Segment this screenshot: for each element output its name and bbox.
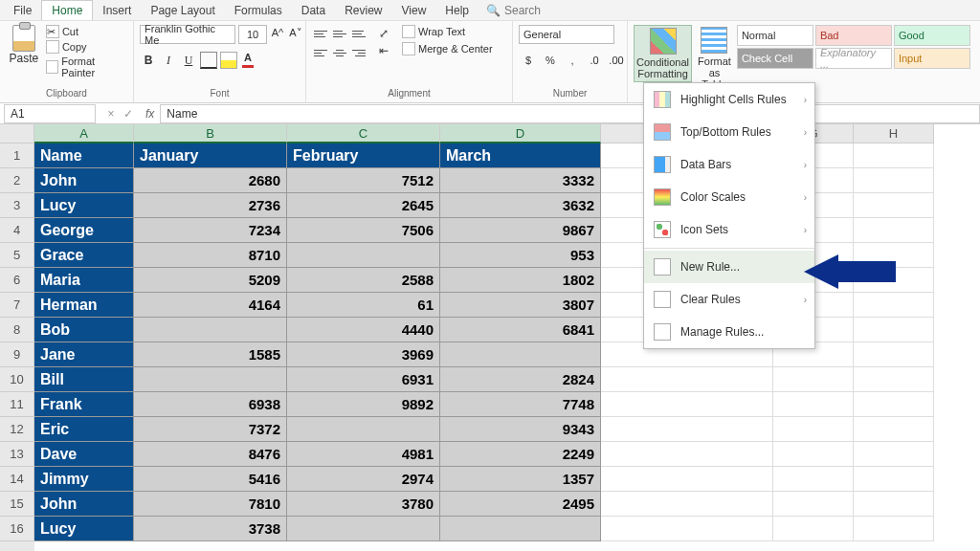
align-bottom-button[interactable] xyxy=(350,25,368,42)
underline-button[interactable]: U xyxy=(180,52,197,69)
name-cell[interactable]: Bob xyxy=(34,318,134,342)
align-right-button[interactable] xyxy=(350,44,368,61)
name-cell[interactable]: Maria xyxy=(34,268,134,293)
increase-decimal-button[interactable]: .0 xyxy=(585,52,604,69)
cell[interactable] xyxy=(773,467,854,492)
value-cell[interactable]: 7372 xyxy=(134,417,287,442)
name-cell[interactable]: Bill xyxy=(34,367,134,392)
cell[interactable] xyxy=(854,293,934,318)
fill-color-button[interactable] xyxy=(220,52,237,69)
value-cell[interactable]: 3738 xyxy=(134,517,287,541)
value-cell[interactable]: 6931 xyxy=(287,367,440,392)
value-cell[interactable]: 8476 xyxy=(134,442,287,467)
cell[interactable] xyxy=(601,517,773,541)
select-all-corner[interactable] xyxy=(0,124,34,143)
row-header[interactable]: 9 xyxy=(0,342,34,367)
cell[interactable] xyxy=(854,417,934,442)
tab-view[interactable]: View xyxy=(392,1,436,20)
cell[interactable] xyxy=(601,417,773,442)
menu-clear-rules[interactable]: Clear Rules› xyxy=(644,283,814,316)
row-header[interactable]: 15 xyxy=(0,492,34,517)
menu-new-rule[interactable]: New Rule... xyxy=(644,251,814,283)
tab-home[interactable]: Home xyxy=(41,0,93,20)
menu-top-bottom-rules[interactable]: Top/Bottom Rules› xyxy=(644,116,814,148)
cell[interactable] xyxy=(601,367,773,392)
name-cell[interactable]: Jimmy xyxy=(34,467,134,492)
value-cell[interactable]: 5416 xyxy=(134,467,287,492)
value-cell[interactable]: 3332 xyxy=(440,168,601,193)
tab-review[interactable]: Review xyxy=(335,1,391,20)
currency-button[interactable]: $ xyxy=(519,52,538,69)
header-cell[interactable]: March xyxy=(440,143,601,168)
border-button[interactable] xyxy=(200,52,217,69)
shrink-font-button[interactable]: A˅ xyxy=(288,27,303,42)
cell[interactable] xyxy=(854,218,934,243)
value-cell[interactable] xyxy=(440,517,601,541)
cell[interactable] xyxy=(854,367,934,392)
row-header[interactable]: 12 xyxy=(0,417,34,442)
value-cell[interactable]: 7506 xyxy=(287,218,440,243)
row-header[interactable]: 10 xyxy=(0,367,34,392)
menu-color-scales[interactable]: Color Scales› xyxy=(644,181,814,213)
cancel-icon[interactable]: × xyxy=(103,107,119,121)
style-normal[interactable]: Normal xyxy=(737,25,813,46)
font-name-select[interactable]: Franklin Gothic Me xyxy=(140,25,235,44)
percent-button[interactable]: % xyxy=(541,52,560,69)
cell[interactable] xyxy=(773,367,854,392)
col-header-a[interactable]: A xyxy=(34,124,134,143)
header-cell[interactable]: February xyxy=(287,143,440,168)
name-cell[interactable]: Dave xyxy=(34,442,134,467)
row-header[interactable]: 2 xyxy=(0,168,34,193)
search-box[interactable]: 🔍 Search xyxy=(486,4,541,17)
cell[interactable] xyxy=(854,517,934,541)
value-cell[interactable]: 2824 xyxy=(440,367,601,392)
enter-icon[interactable]: ✓ xyxy=(121,107,136,121)
name-cell[interactable]: John xyxy=(34,168,134,193)
orientation-button[interactable]: ⤢ xyxy=(375,25,392,42)
value-cell[interactable]: 1802 xyxy=(440,268,601,293)
cell[interactable] xyxy=(854,467,934,492)
value-cell[interactable]: 2588 xyxy=(287,268,440,293)
value-cell[interactable]: 4981 xyxy=(287,442,440,467)
align-top-button[interactable] xyxy=(312,25,329,42)
cell[interactable] xyxy=(854,492,934,517)
name-cell[interactable]: John xyxy=(34,492,134,517)
value-cell[interactable]: 2249 xyxy=(440,442,601,467)
row-header[interactable]: 3 xyxy=(0,193,34,218)
cell[interactable] xyxy=(601,442,773,467)
col-header-c[interactable]: C xyxy=(287,124,440,143)
cell[interactable] xyxy=(854,392,934,417)
value-cell[interactable] xyxy=(134,318,287,342)
value-cell[interactable]: 3780 xyxy=(287,492,440,517)
name-cell[interactable]: Grace xyxy=(34,243,134,268)
conditional-formatting-button[interactable]: Conditional Formatting xyxy=(634,25,692,82)
value-cell[interactable] xyxy=(440,342,601,367)
decrease-indent-button[interactable]: ⇤ xyxy=(375,42,392,59)
tab-insert[interactable]: Insert xyxy=(93,1,141,20)
value-cell[interactable]: 3807 xyxy=(440,293,601,318)
value-cell[interactable] xyxy=(287,517,440,541)
merge-center-button[interactable]: Merge & Center xyxy=(402,42,493,55)
value-cell[interactable]: 9343 xyxy=(440,417,601,442)
style-good[interactable]: Good xyxy=(894,25,970,46)
row-header[interactable]: 11 xyxy=(0,392,34,417)
value-cell[interactable]: 6841 xyxy=(440,318,601,342)
value-cell[interactable]: 61 xyxy=(287,293,440,318)
align-left-button[interactable] xyxy=(312,44,329,61)
tab-help[interactable]: Help xyxy=(435,1,479,20)
row-header[interactable]: 13 xyxy=(0,442,34,467)
cell[interactable] xyxy=(773,442,854,467)
font-color-button[interactable] xyxy=(240,52,257,69)
value-cell[interactable]: 1357 xyxy=(440,467,601,492)
cell[interactable] xyxy=(854,193,934,218)
cell[interactable] xyxy=(854,318,934,342)
row-header[interactable]: 7 xyxy=(0,293,34,318)
menu-icon-sets[interactable]: Icon Sets› xyxy=(644,213,814,246)
menu-highlight-cells-rules[interactable]: Highlight Cells Rules› xyxy=(644,83,814,116)
row-header[interactable]: 8 xyxy=(0,318,34,342)
value-cell[interactable] xyxy=(134,367,287,392)
row-header[interactable]: 14 xyxy=(0,467,34,492)
name-cell[interactable]: Jane xyxy=(34,342,134,367)
row-header[interactable]: 16 xyxy=(0,517,34,541)
cell[interactable] xyxy=(854,143,934,168)
